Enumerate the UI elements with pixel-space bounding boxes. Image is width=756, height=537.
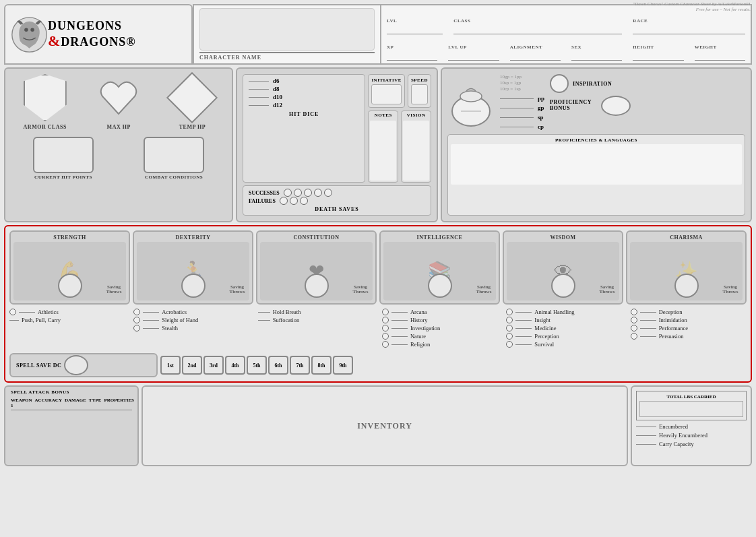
class-field: CLASS	[453, 18, 622, 34]
skill-suffocation: Suffocation	[258, 317, 374, 323]
heart-svg	[97, 77, 140, 118]
successes-row: SUCCESSES	[249, 189, 425, 197]
skill-history: History	[382, 317, 498, 323]
left-panel: ARMOR CLASS MAX HP TEMP HP	[4, 67, 233, 222]
skill-survival: Survival	[506, 341, 622, 348]
pp-row: pp	[500, 95, 544, 102]
inspiration-section: INSPIRATION PROFICIENCY BONUS	[550, 74, 631, 116]
svg-point-2	[30, 28, 34, 32]
inventory-section: INVENTORY	[141, 385, 628, 466]
spell-dc-row: SPELL SAVE DC 1st 2nd 3rd 4th 5th 6th 7t…	[9, 353, 747, 377]
strength-body: 💪 Saving Throws	[13, 242, 126, 301]
heavily-encumbered-option: Heavily Encumbered	[636, 432, 747, 439]
notes-vision: NOTES VISION	[368, 110, 431, 183]
encumbered-option: Encumbered	[636, 423, 747, 430]
proficiencies-box: PROFICIENCIES & LANGUAGES	[447, 134, 745, 216]
inspiration-row: INSPIRATION	[550, 74, 631, 93]
skill-nature: Nature	[382, 333, 498, 340]
skill-insight: Insight	[506, 317, 622, 323]
top-stats-row: ARMOR CLASS MAX HP TEMP HP	[11, 74, 226, 130]
sp-row: sp	[500, 114, 544, 121]
middle-panel: d6 d8 d10 d12 HIT DICE	[236, 67, 438, 222]
xp-field: XP	[387, 44, 437, 61]
d6-row: d6	[249, 77, 359, 84]
character-name-label: CHARACTER NAME	[199, 52, 375, 61]
middle-section: ARMOR CLASS MAX HP TEMP HP	[4, 67, 752, 222]
skill-religion: Religion	[382, 341, 498, 348]
skills-row: Athletics Push, Pull, Carry Acrobatics S	[9, 309, 747, 349]
header-row-2: XP LVL UP ALIGNMENT SEX HEIGHT	[387, 34, 745, 61]
height-field: HEIGHT	[633, 44, 683, 61]
intelligence-body: 📚 Saving Throws	[383, 242, 496, 301]
highlighted-section: STRENGTH 💪 Saving Throws DEXTERITY 🏃 Sav…	[4, 225, 752, 383]
spell-level-9th[interactable]: 9th	[333, 356, 353, 375]
spell-level-5th[interactable]: 5th	[247, 356, 267, 375]
bottom-stats-row: CURRENT HIT POINTS COMBAT CONDITIONS	[11, 137, 226, 180]
notes-box: NOTES	[368, 110, 398, 183]
spell-level-8th[interactable]: 8th	[311, 356, 332, 375]
spell-level-2nd[interactable]: 2nd	[182, 356, 202, 375]
skill-investigation: Investigation	[382, 325, 498, 331]
failure-circles	[280, 197, 308, 205]
skill-medicine: Medicine	[506, 325, 622, 331]
max-hp-shape	[97, 74, 140, 121]
combat-conditions-stat: COMBAT CONDITIONS	[144, 137, 204, 180]
temp-hp-shape	[170, 74, 214, 121]
attribution: "Dawn Chorus" Custom Character Sheet by …	[633, 1, 751, 12]
skill-intimidation: Intimidation	[631, 317, 747, 323]
alignment-field: ALIGNMENT	[510, 44, 561, 61]
strength-skills-col: Athletics Push, Pull, Carry	[9, 309, 125, 349]
max-hp-box: MAX HP	[97, 74, 140, 130]
spell-level-3rd[interactable]: 3rd	[203, 356, 224, 375]
carry-capacity-option: Carry Capacity	[636, 441, 747, 447]
logo-area: DUNGEONS &DRAGONS®	[4, 4, 193, 65]
wisdom-skills-col: Animal Handling Insight Medicine Percept…	[506, 309, 622, 349]
spell-level-6th[interactable]: 6th	[268, 356, 288, 375]
skill-performance: Performance	[631, 325, 747, 331]
ability-intelligence: INTELLIGENCE 📚 Saving Throws	[379, 230, 500, 305]
d10-row: d10	[249, 94, 359, 100]
failures-row: FAILURES	[249, 197, 425, 205]
logo-text: DUNGEONS &DRAGONS®	[48, 20, 136, 49]
death-saves-section: SUCCESSES FAILURES	[243, 185, 431, 216]
gp-row: gp	[500, 104, 544, 111]
ability-wisdom: WISDOM 👁 Saving Throws	[503, 230, 623, 305]
spell-level-7th[interactable]: 7th	[290, 356, 310, 375]
charisma-body: ✨ Saving Throws	[630, 242, 743, 301]
skill-animal-handling: Animal Handling	[506, 309, 622, 315]
initiative-box: INITIATIVE	[368, 74, 405, 108]
skill-hold-breath: Hold Breath	[258, 309, 374, 315]
race-field: RACE	[633, 18, 745, 34]
speed-box: SPEED	[408, 74, 431, 108]
spell-attack-section: SPELL ATTACK BONUS WEAPON 1 ACCURACY DAM…	[4, 385, 139, 466]
dragon-logo	[11, 16, 48, 53]
weight-field: WEIGHT	[695, 44, 745, 61]
initiative-speed: INITIATIVE SPEED	[368, 74, 431, 108]
spell-save-dc-section: SPELL SAVE DC	[9, 353, 158, 377]
spell-level-1st[interactable]: 1st	[160, 356, 181, 375]
skill-stealth: Stealth	[133, 325, 249, 331]
current-hp-stat: CURRENT HIT POINTS	[33, 137, 94, 180]
skill-push-pull-carry: Push, Pull, Carry	[9, 317, 125, 323]
total-lbs-box: Total Lbs Carried	[636, 391, 747, 420]
header-fields: LVL CLASS RACE XP LVL UP	[381, 4, 752, 65]
header: DUNGEONS &DRAGONS® CHARACTER NAME LVL CL…	[4, 4, 752, 65]
skill-deception: Deception	[631, 309, 747, 315]
wisdom-body: 👁 Saving Throws	[507, 242, 619, 301]
weapon-table-header: WEAPON 1 ACCURACY DAMAGE TYPE PROPERTIES	[11, 398, 132, 410]
sex-field: SEX	[571, 44, 622, 61]
ability-constitution: CONSTITUTION ❤ Saving Throws	[256, 230, 377, 305]
spell-level-4th[interactable]: 4th	[225, 356, 245, 375]
svg-point-4	[460, 91, 482, 102]
coin-labels: 10gp = 1pp10sp = 1gp10cp = 1sp pp gp sp	[500, 74, 544, 130]
middle-top: d6 d8 d10 d12 HIT DICE	[243, 74, 431, 183]
skill-acrobatics: Acrobatics	[133, 309, 249, 315]
right-panel: 10gp = 1pp10sp = 1gp10cp = 1sp pp gp sp	[441, 67, 752, 222]
armor-class-box: ARMOR CLASS	[24, 74, 67, 130]
dexterity-body: 🏃 Saving Throws	[137, 242, 249, 301]
d8-row: d8	[249, 86, 359, 92]
proficiency-row: PROFICIENCY BONUS	[550, 96, 631, 116]
lvlup-field: LVL UP	[448, 44, 499, 61]
character-name-area: CHARACTER NAME	[193, 4, 381, 65]
d12-row: d12	[249, 102, 359, 108]
